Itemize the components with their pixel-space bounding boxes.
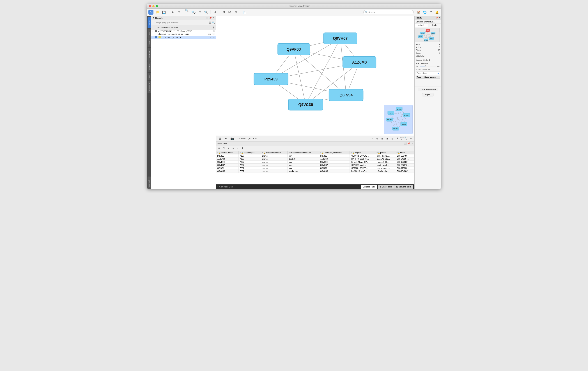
tab-edge-table[interactable]: ⊞ Edge Table [378,185,394,189]
deselect-icon[interactable]: ▣ [385,136,389,141]
close-table-icon[interactable]: ✕ [411,142,413,145]
close-right-icon[interactable]: ✕ [439,17,440,19]
restore-right-icon[interactable]: ⬜ [433,17,435,19]
zoom-reset-icon[interactable]: 🔍 [203,10,209,15]
close-button[interactable] [149,5,151,7]
export-icon[interactable]: ↗ [370,136,374,141]
menu-icon[interactable]: ☰ [209,21,211,24]
import-network-icon[interactable]: ⬇ [170,10,175,15]
add-table-icon[interactable]: ⊞ [176,10,181,15]
create-subnetwork-button[interactable]: Create Sub-Network [418,88,438,91]
export-button[interactable]: Export [422,93,433,96]
network-dropdown-icon[interactable]: ▼ [153,17,155,19]
table-type-label[interactable]: Node Table [217,143,227,145]
sidebar-strip: Network Style Filter Annotation BisoPane… [147,16,151,189]
attr-col-occurrence[interactable]: Occurrence... [424,76,440,79]
sidebar-tab-sets[interactable]: Sets [147,73,151,80]
col-uniprot[interactable]: ⇅🔒uniprot [350,151,375,155]
layout-icon[interactable]: ⊞ [221,10,226,15]
tab-node-table[interactable]: ⊞ Node Table [361,185,377,189]
globe-icon[interactable]: 🌐 [422,10,427,15]
table-add-icon[interactable]: ⊕ [226,146,230,150]
table-row[interactable]: A1Z6M0 7227 drome Bap170 A1Z6M0 [BAP170,… [216,157,414,161]
col-shared-name[interactable]: ⇅🔒shared name [216,151,239,155]
help-icon[interactable]: ? [428,10,433,15]
fit-icon[interactable]: ⊡ [197,10,202,15]
size-threshold-slider[interactable] [420,66,436,66]
sidebar-tab-style[interactable]: Style [147,29,151,38]
table-row[interactable]: P25439 7227 drome brm P25439 [CG5942, Q9… [216,155,414,157]
select-icon[interactable]: ▦ [380,136,384,141]
col-taxonomy-id[interactable]: ⇅🔒Taxonomy ID [239,151,261,155]
document-icon[interactable]: 📄 [242,10,247,15]
settings-icon[interactable]: ⚙ [212,26,215,29]
camera-icon[interactable]: 📷 [230,136,235,141]
pin-table-icon[interactable]: 📌 [408,142,410,145]
table-settings-icon[interactable]: ⚙ [217,146,221,150]
restore-icon[interactable]: ⬜ [206,17,208,19]
col-intact[interactable]: ⇅🔒intact [395,151,414,155]
save-icon[interactable]: 💾 [161,10,166,15]
open-folder-icon[interactable]: 📁 [155,10,160,15]
view-icon[interactable]: 👁 [233,10,238,15]
tab-network-table[interactable]: ⊞ Network Table [394,185,413,189]
sidebar-tab-phosphopath[interactable]: PhosphoPath [147,81,151,93]
expand-icon[interactable]: ⌃⌃ [152,26,155,28]
tree-checkbox-3[interactable] [155,36,157,38]
grid-icon[interactable]: ⊞ [217,136,222,141]
list-item[interactable]: MINT (2021/04/12 11:53:19 AM,... 584 585 [151,33,216,36]
minimize-button[interactable] [152,5,155,7]
refresh-icon[interactable]: ↺ [212,10,217,15]
zoom-in-icon[interactable]: 🔍+ [185,10,190,15]
cell-taxonomy-id: 7227 [239,167,261,170]
sidebar-tab-bisopanel[interactable]: BisoPanel [147,62,151,72]
select-all-icon[interactable]: ▤ [390,136,394,141]
sidebar-tab-network[interactable]: Network [147,17,151,28]
table-row[interactable]: Q9VC36 7227 drome polybromo Q9VC36 [baf1… [216,170,414,173]
data-table-container[interactable]: ⇅🔒shared name ⇅🔒Taxonomy ID ⇅🔒Taxonomy N… [216,151,414,185]
tab-details[interactable]: Details [428,24,441,27]
table-row[interactable]: Q9VF03 7227 drome mor Q9VF03 [E, Mol, Mo… [216,161,414,164]
restore-table-icon[interactable]: ⬜ [404,142,407,145]
search-networks-icon[interactable]: 🔍 [212,21,215,24]
col-taxonomy-name[interactable]: ⇅🔒Taxonomy Name [261,151,288,155]
col-psi-mi[interactable]: ⇅🔒psi-mi [375,151,395,155]
close-panel-icon[interactable]: ✕ [213,17,214,19]
table-row[interactable]: Q8IN94 7227 drome osa Q8IN94 [O61603, Q9… [216,167,414,170]
back-icon[interactable]: ← [152,21,154,23]
table-function-icon[interactable]: ƒ [236,146,240,150]
list-item[interactable]: ▼ MINT (2021/04/12 11:53:19 AM, CEST) 2 [151,30,216,33]
list-item[interactable]: 1: Cluster 1 (Score: 6) 6 15 [151,36,216,39]
tree-checkbox-2[interactable] [155,33,157,35]
sidebar-tab-filter[interactable]: Filter [147,38,151,47]
table-export-icon[interactable]: ↗ [245,146,249,150]
compass-icon[interactable]: ✛ [409,136,413,141]
table-delete-icon[interactable]: ✕ [231,146,235,150]
pin-right-icon[interactable]: 📌 [436,17,438,19]
zoom-out-icon[interactable]: 🔍- [191,10,196,15]
slider-thumb[interactable] [425,65,426,67]
table-import-icon[interactable]: ⬇ [241,146,244,150]
tree-item-label-1: MINT (2021/04/12 11:53:19 AM, CEST) [158,30,212,32]
back-arrow-icon[interactable]: ↩ [224,136,229,141]
tab-network-details[interactable]: Network [415,24,428,27]
col-uniprotkb[interactable]: ⇅🔒uniprotkb_accession [319,151,349,155]
network-view[interactable]: Q9VH07 Q9VF03 A1Z6M0 P25439 Q8IN94 [216,16,414,135]
edge-icon[interactable]: ⋈ [227,10,232,15]
target-icon[interactable]: ◎ [375,136,379,141]
bell-icon[interactable]: 🔔 [435,10,440,15]
cell-uniprotkb: Q9VC36 [319,170,349,173]
home-icon[interactable]: 🏠 [416,10,421,15]
node-attr-select[interactable]: Please Select ▶ [416,71,440,75]
maximize-button[interactable] [156,5,158,7]
col-human-label[interactable]: ⇅Human Readable Label [288,151,319,155]
text-icon[interactable]: A [395,136,399,141]
search-bar[interactable]: 🔍 [363,10,414,14]
attr-col-value[interactable]: Value [416,76,424,79]
pin-icon[interactable]: 📌 [209,17,212,19]
sidebar-tab-annotation[interactable]: Annotation [147,48,151,61]
table-row[interactable]: Q9VH07 7227 drome pont Q9VH07 [Q9NH53, p… [216,164,414,167]
sidebar-tab-layout[interactable]: Layout Tools [147,176,151,189]
search-input[interactable] [368,11,412,13]
table-add-row-icon[interactable]: ☐ [222,146,226,150]
